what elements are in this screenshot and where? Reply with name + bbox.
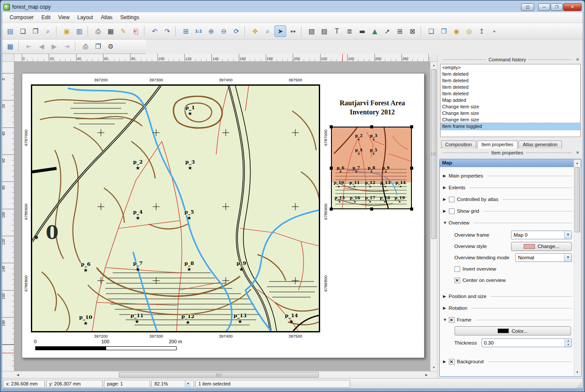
menu-settings[interactable]: Settings <box>117 13 143 22</box>
scroll-down-icon[interactable] <box>431 364 438 371</box>
overview-blending-select[interactable]: Normal <box>515 253 572 262</box>
composition-canvas[interactable]: . 0 ★p_1 ★p_2 ★p_3 ★p_4 ★p_5 ★p_6 <box>14 62 430 371</box>
close-button[interactable]: ✕ <box>563 3 582 11</box>
scroll-right-icon[interactable] <box>423 372 430 379</box>
section-background[interactable]: Background <box>443 356 572 367</box>
selection-handle[interactable] <box>370 208 373 211</box>
add-image-button[interactable]: ▨ <box>318 25 330 37</box>
zoom-full-button[interactable]: ⊞ <box>180 25 192 37</box>
add-map-button[interactable]: ▧ <box>306 25 318 37</box>
export-atlas-button[interactable]: ❐ <box>92 41 104 53</box>
previous-feature-button[interactable]: ◀ <box>36 41 47 53</box>
chevron-down-icon[interactable] <box>564 231 572 239</box>
expand-icon[interactable] <box>443 185 449 190</box>
selection-handle[interactable] <box>410 167 413 170</box>
invert-overview-checkbox[interactable] <box>455 266 460 272</box>
refresh-view-button[interactable]: ⟳ <box>231 25 242 37</box>
section-show-grid[interactable]: Show grid <box>443 206 572 216</box>
move-content-button[interactable]: ↔ <box>287 25 299 37</box>
save-template-button[interactable]: ▥ <box>74 25 85 37</box>
expand-icon[interactable] <box>443 306 449 310</box>
selection-handle[interactable] <box>330 167 333 170</box>
history-item[interactable]: <empty> <box>441 64 581 71</box>
selection-handle[interactable] <box>330 125 333 128</box>
menu-layout[interactable]: Layout <box>74 13 97 22</box>
next-feature-button[interactable]: ▶ <box>48 41 60 53</box>
minimize-button[interactable]: ─ <box>538 3 550 11</box>
expand-icon[interactable] <box>443 209 449 213</box>
select-move-item-button[interactable]: ➤ <box>274 25 286 37</box>
undo-button[interactable]: ↶ <box>149 25 160 37</box>
history-item[interactable]: Change item size <box>441 104 581 110</box>
history-item[interactable]: Item deleted <box>441 90 581 97</box>
preview-atlas-button[interactable]: ▦ <box>4 41 16 53</box>
tab-item-properties[interactable]: Item properties <box>477 141 518 149</box>
composition-page[interactable]: . 0 ★p_1 ★p_2 ★p_3 ★p_4 ★p_5 ★p_6 <box>22 73 425 358</box>
group-items-button[interactable]: ❑ <box>425 25 437 37</box>
scalebar-item[interactable]: 0 100 200 m <box>34 339 184 355</box>
add-legend-button[interactable]: ≣ <box>344 25 355 37</box>
print-button[interactable]: ⎙ <box>92 25 104 37</box>
ungroup-items-button[interactable]: ❒ <box>438 25 450 37</box>
overview-style-change-button[interactable]: Change... <box>511 242 572 251</box>
new-composer-button[interactable]: ❏ <box>17 25 29 37</box>
selection-handle[interactable] <box>410 125 413 128</box>
background-checkbox[interactable] <box>449 359 455 365</box>
spin-down-icon[interactable] <box>565 343 572 347</box>
history-item[interactable]: Item deleted <box>441 84 581 90</box>
section-main-properties[interactable]: Main properties <box>443 171 572 181</box>
show-grid-checkbox[interactable] <box>449 208 455 214</box>
selection-handle[interactable] <box>330 208 333 211</box>
tab-composition[interactable]: Composition <box>441 141 476 148</box>
chevron-down-icon[interactable] <box>185 380 191 387</box>
command-history-close-icon[interactable] <box>575 57 581 63</box>
command-history-header[interactable]: Command history <box>440 56 581 63</box>
tab-atlas-generation[interactable]: Atlas generation <box>518 141 562 148</box>
menu-composer[interactable]: Composer <box>6 13 37 22</box>
window-layout-button[interactable]: ◫ <box>521 3 534 11</box>
item-properties-close-icon[interactable] <box>575 150 581 156</box>
lock-items-button[interactable]: ◉ <box>451 25 462 37</box>
toolbar-overflow-button[interactable]: » <box>488 25 500 37</box>
section-extents[interactable]: Extents <box>443 182 572 193</box>
print-atlas-button[interactable]: ⎙ <box>80 41 91 53</box>
export-image-button[interactable]: ▦ <box>105 25 117 37</box>
add-html-button[interactable]: ⊠ <box>407 25 418 37</box>
add-label-button[interactable]: T <box>331 25 343 37</box>
add-scalebar-button[interactable]: ▬ <box>356 25 368 37</box>
scroll-up-icon[interactable] <box>574 160 581 167</box>
zoom-tool-button[interactable]: ⌕ <box>262 25 274 37</box>
pan-tool-button[interactable]: ✥ <box>249 25 261 37</box>
spin-up-icon[interactable] <box>565 339 572 343</box>
maximize-button[interactable]: ❐ <box>551 3 563 11</box>
history-item[interactable]: Map added <box>441 97 581 104</box>
section-overview[interactable]: Overview <box>443 218 572 228</box>
atlas-settings-button[interactable]: ⚙ <box>105 41 117 53</box>
menu-atlas[interactable]: Atlas <box>97 13 117 22</box>
zoom-level-select[interactable]: 82.1% <box>151 380 194 388</box>
add-arrow-button[interactable]: ➚ <box>381 25 393 37</box>
history-item[interactable]: Item deleted <box>441 71 581 77</box>
zoom-in-button[interactable]: ⊕ <box>205 25 217 37</box>
expand-icon[interactable] <box>443 174 449 178</box>
zoom-out-button[interactable]: ⊖ <box>218 25 230 37</box>
command-history-list[interactable]: <empty>Item deletedItem deletedItem dele… <box>440 64 581 137</box>
title-bar[interactable]: forest_map copy ◫─❐✕ <box>2 2 583 12</box>
controlled-by-atlas-checkbox[interactable] <box>449 197 455 202</box>
scrollbar-thumb[interactable] <box>431 69 437 239</box>
expand-icon[interactable] <box>443 294 449 298</box>
scrollbar-thumb[interactable] <box>575 167 580 232</box>
section-controlled-by-atlas[interactable]: Controlled by atlas <box>443 194 572 204</box>
scrollbar-thumb[interactable] <box>119 372 319 378</box>
section-position-and-size[interactable]: Position and size <box>443 291 572 302</box>
history-item[interactable]: Change item size <box>441 117 581 123</box>
redo-button[interactable]: ↷ <box>161 25 173 37</box>
unlock-items-button[interactable]: ◎ <box>463 25 475 37</box>
history-item[interactable]: Item deleted <box>441 77 581 84</box>
collapse-icon[interactable] <box>443 318 449 322</box>
collapse-icon[interactable] <box>443 221 449 225</box>
zoom-actual-button[interactable]: 1:1 <box>193 25 204 37</box>
menu-edit[interactable]: Edit <box>37 13 54 22</box>
map-item[interactable]: . 0 ★p_1 ★p_2 ★p_3 ★p_4 ★p_5 ★p_6 <box>31 84 320 332</box>
selection-handle[interactable] <box>410 208 413 211</box>
